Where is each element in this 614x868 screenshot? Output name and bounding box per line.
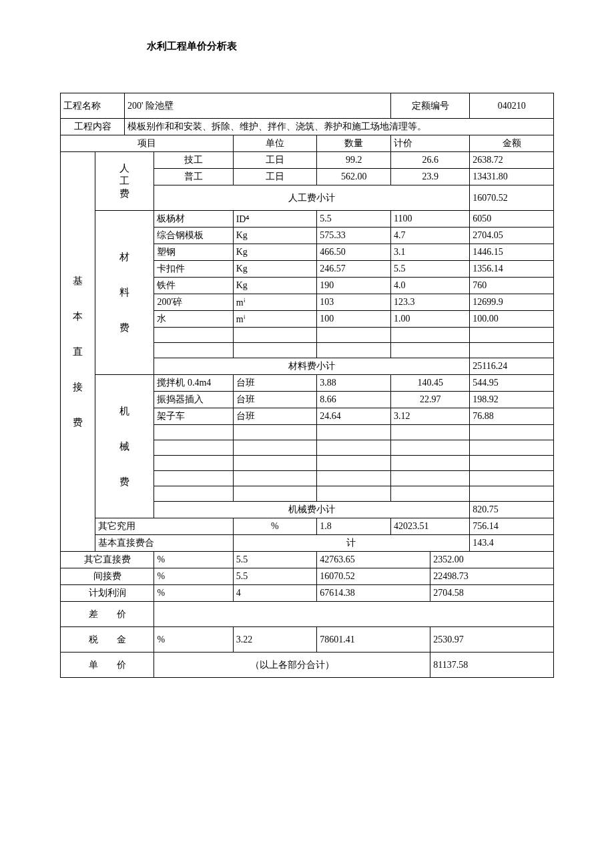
label-quota: 定额编号: [391, 93, 470, 119]
cell: 42763.65: [317, 552, 430, 568]
cell: 1100: [391, 211, 470, 228]
cell: %: [154, 627, 233, 653]
basic-sum-ji: 计: [233, 535, 470, 552]
cell: Kg: [233, 278, 317, 294]
cell: 200'碎: [154, 294, 233, 311]
tax-label: 税 金: [61, 627, 154, 653]
page-title: 水利工程单价分析表: [147, 40, 554, 53]
cell: 搅拌机 0.4m4: [154, 375, 233, 392]
label-proj-name: 工程名称: [61, 93, 125, 119]
cell: 24.64: [317, 408, 391, 425]
value-proj-name: 200' 险池壁: [125, 93, 391, 119]
empty-cell: [154, 602, 554, 627]
cell: %: [233, 518, 317, 535]
col-qty: 数量: [317, 135, 391, 152]
cell: 100: [317, 311, 391, 328]
cell: 760: [470, 278, 554, 294]
cell: 2352.00: [430, 552, 554, 568]
machine-subtotal-label: 机械费小计: [154, 502, 470, 518]
cell: Kg: [233, 261, 317, 278]
cell: 4.0: [391, 278, 470, 294]
cell: 22.97: [391, 392, 470, 408]
cell: 16070.52: [317, 568, 430, 585]
cell: 76.88: [470, 408, 554, 425]
cell: 466.50: [317, 244, 391, 261]
empty-cell: [154, 440, 233, 456]
cell: 6050: [470, 211, 554, 228]
cell: 78601.41: [317, 627, 430, 653]
total-amount: 81137.58: [430, 653, 554, 678]
empty-cell: [154, 343, 233, 358]
labor-subtotal-label: 人工费小计: [154, 185, 470, 211]
cell: Kg: [233, 244, 317, 261]
labor-subtotal: 16070.52: [470, 185, 554, 211]
cell: 3.88: [317, 375, 391, 392]
cell: 台班: [233, 392, 317, 408]
labor-label: 人 工 费: [95, 152, 154, 211]
cell: 140.45: [391, 375, 470, 392]
cell: 1.8: [317, 518, 391, 535]
cell: 2530.97: [430, 627, 554, 653]
basic-sum-amount: 143.4: [470, 535, 554, 552]
cell: %: [154, 568, 233, 585]
cell: mⁱ: [233, 294, 317, 311]
cell: 台班: [233, 375, 317, 392]
cell: 塑钢: [154, 244, 233, 261]
cell: %: [154, 585, 233, 602]
cell: 12699.9: [470, 294, 554, 311]
empty-cell: [154, 456, 233, 471]
cell: 1356.14: [470, 261, 554, 278]
cell: 2704.58: [430, 585, 554, 602]
total-label: 单 价: [61, 653, 154, 678]
cell: ID⁴: [233, 211, 317, 228]
cell: 架子车: [154, 408, 233, 425]
cell: 103: [317, 294, 391, 311]
cell: 工日: [233, 152, 317, 169]
cell: 铁件: [154, 278, 233, 294]
col-amount: 金额: [470, 135, 554, 152]
cell: 普工: [154, 169, 233, 185]
total-sum-label: （以上各部分合计）: [154, 653, 430, 678]
analysis-table: 工程名称 200' 险池壁 定额编号 040210 工程内容 模板别作和和安装、…: [60, 93, 554, 678]
cell: 26.6: [391, 152, 470, 169]
material-label: 材 料 费: [95, 211, 154, 375]
cell: 5.5: [391, 261, 470, 278]
cell: 3.22: [233, 627, 317, 653]
value-content: 模板别作和和安装、拆除、维护、拌作、浇筑、养护和施工场地清理等。: [125, 119, 554, 135]
cell: 板杨材: [154, 211, 233, 228]
col-price: 计价: [391, 135, 470, 152]
cell: 1446.15: [470, 244, 554, 261]
cell: 8.66: [317, 392, 391, 408]
cell: 振捣器插入: [154, 392, 233, 408]
cell: 工日: [233, 169, 317, 185]
basic-direct-fee-label: 基 本 直 接 费: [61, 152, 95, 552]
cell: 3.1: [391, 244, 470, 261]
cell: 5.5: [317, 211, 391, 228]
cell: 22498.73: [430, 568, 554, 585]
cell: 4: [233, 585, 317, 602]
cell: 水: [154, 311, 233, 328]
other-fee-label: 其它究用: [95, 518, 233, 535]
cell: 544.95: [470, 375, 554, 392]
cell: 2638.72: [470, 152, 554, 169]
cell: 技工: [154, 152, 233, 169]
label-content: 工程内容: [61, 119, 125, 135]
cell: 综合钢模板: [154, 228, 233, 244]
cell: 台班: [233, 408, 317, 425]
cell: 13431.80: [470, 169, 554, 185]
col-item: 项目: [61, 135, 234, 152]
material-subtotal: 25116.24: [470, 358, 554, 375]
cell: Kg: [233, 228, 317, 244]
cell: %: [154, 552, 233, 568]
cell: 246.57: [317, 261, 391, 278]
cell: 5.5: [233, 568, 317, 585]
material-subtotal-label: 材料费小计: [154, 358, 470, 375]
cell: 1.00: [391, 311, 470, 328]
cell: 99.2: [317, 152, 391, 169]
extra-label: 计划利润: [61, 585, 154, 602]
empty-cell: [154, 486, 233, 502]
extra-label: 间接费: [61, 568, 154, 585]
cell: 卡扣件: [154, 261, 233, 278]
extra-label: 其它直接费: [61, 552, 154, 568]
basic-sum-label: 基本直接费合: [95, 535, 233, 552]
